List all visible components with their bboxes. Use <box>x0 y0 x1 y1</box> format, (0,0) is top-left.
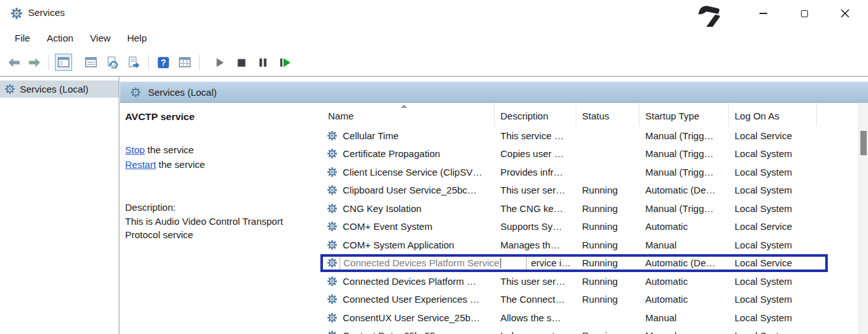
maximize-button[interactable] <box>784 0 825 27</box>
service-description: Provides infr… <box>495 163 576 181</box>
service-gear-icon <box>327 130 338 141</box>
service-description: The CNG ke… <box>495 199 576 218</box>
close-button[interactable] <box>825 0 865 27</box>
service-name: Client License Service (ClipSV… <box>343 167 482 178</box>
column-header-status[interactable]: Status <box>576 103 640 126</box>
service-startup-type: Manual <box>640 236 729 254</box>
tree-item-label: Services (Local) <box>20 84 89 95</box>
menu-view[interactable]: View <box>82 30 119 46</box>
service-name-box: COM+ System Application <box>343 239 454 250</box>
service-name: Clipboard User Service_25bc… <box>343 185 477 195</box>
restart-icon <box>278 56 292 70</box>
service-startup-type: Manual (Trigg… <box>640 145 729 163</box>
console-tree-pane: Services (Local) <box>0 77 119 334</box>
service-gear-icon <box>327 239 338 250</box>
service-name-cell: Connected Devices Platform … <box>322 272 495 291</box>
table-row[interactable]: Clipboard User Service_25bc… This user s… <box>322 181 858 200</box>
service-name: Connected Devices Platform Service <box>343 257 499 268</box>
services-list: Name Description Status Startup Type Log… <box>322 103 858 334</box>
minimize-button[interactable] <box>743 0 784 27</box>
service-name-cell: Connected Devices Platform Service <box>322 254 495 273</box>
table-row[interactable]: COM+ System Application Manages th… Runn… <box>322 236 858 254</box>
table-row[interactable]: Certificate Propagation Copies user … Ma… <box>322 145 858 163</box>
service-name: Connected User Experiences … <box>343 294 479 305</box>
service-gear-icon <box>327 167 338 178</box>
service-name-cell: COM+ System Application <box>322 236 495 254</box>
forward-button[interactable] <box>26 54 43 71</box>
column-header-label: Status <box>582 110 610 121</box>
service-description: Manages th… <box>495 236 576 254</box>
stop-service-link[interactable]: Stop <box>125 144 145 155</box>
services-header-icon <box>130 87 141 98</box>
table-row[interactable]: Connected Devices Platform … This user s… <box>322 272 858 291</box>
table-row[interactable]: Connected User Experiences … The Connect… <box>322 291 858 309</box>
vertical-scrollbar[interactable] <box>858 103 868 334</box>
service-name-cell: Contact Data_25bc55 <box>322 327 495 334</box>
table-row[interactable]: ConsentUX User Service_25b… Allows the s… <box>322 308 858 327</box>
pause-service-button[interactable] <box>254 54 271 71</box>
main-header: Services (Local) <box>120 82 868 103</box>
table-row[interactable]: Client License Service (ClipSV… Provides… <box>322 163 858 181</box>
menu-bar: File Action View Help <box>0 27 868 49</box>
restart-service-line: Restart the service <box>125 157 317 172</box>
service-status <box>576 126 640 145</box>
scrollbar-thumb[interactable] <box>860 131 867 155</box>
service-name-cell: Certificate Propagation <box>322 145 495 163</box>
show-console-tree-button[interactable] <box>55 54 72 71</box>
back-button[interactable] <box>5 54 22 71</box>
service-startup-type: Manual <box>640 327 729 334</box>
table-row[interactable]: Connected Devices Platform Service ervic… <box>322 254 858 273</box>
service-action-links: Stop the service Restart the service <box>125 142 317 172</box>
main-header-title: Services (Local) <box>148 87 217 98</box>
sort-ascending-icon <box>401 105 407 108</box>
menu-action[interactable]: Action <box>38 30 82 46</box>
service-name: CNG Key Isolation <box>343 203 421 214</box>
column-header-description[interactable]: Description <box>495 103 576 126</box>
export-list-button[interactable] <box>125 54 142 71</box>
service-name: COM+ System Application <box>343 239 454 250</box>
table-row[interactable]: CNG Key Isolation The CNG ke… Running Ma… <box>322 199 858 218</box>
help-button[interactable]: ? <box>154 54 172 71</box>
service-name: Connected Devices Platform … <box>343 276 476 287</box>
service-startup-type: Automatic <box>640 291 729 309</box>
stop-service-button[interactable] <box>232 54 250 71</box>
service-name-box: Connected Devices Platform … <box>343 276 476 287</box>
table-row[interactable]: Cellular Time This service … Manual (Tri… <box>322 126 858 145</box>
service-status: Running <box>576 181 640 200</box>
service-status: Running <box>576 236 640 254</box>
window-title: Services <box>28 7 65 18</box>
service-log-on-as: Local System <box>729 308 817 327</box>
service-startup-type: Automatic <box>640 272 729 291</box>
properties-button[interactable] <box>82 54 100 71</box>
refresh-icon <box>107 56 119 68</box>
service-log-on-as: Local Service <box>729 126 817 145</box>
services-node-icon <box>4 84 15 95</box>
service-detail-pane: AVCTP service Stop the service Restart t… <box>120 103 322 334</box>
table-header-row: Name Description Status Startup Type Log… <box>322 103 858 126</box>
maximize-icon <box>801 10 808 17</box>
menu-file[interactable]: File <box>6 30 38 46</box>
description-text: This is Audio Video Control Transport Pr… <box>125 215 317 242</box>
service-name-box: CNG Key Isolation <box>343 203 421 214</box>
service-name: ConsentUX User Service_25b… <box>343 312 480 323</box>
table-row[interactable]: Contact Data_25bc55 Indexes cont… Runnin… <box>322 327 858 334</box>
service-log-on-as: Local System <box>729 145 817 163</box>
column-header-startup-type[interactable]: Startup Type <box>640 103 729 126</box>
service-description: This service … <box>495 126 576 145</box>
table-row[interactable]: COM+ Event System Supports Sy… Running A… <box>322 218 858 236</box>
extended-view-button[interactable] <box>176 54 193 71</box>
tree-item-services-local[interactable]: Services (Local) <box>0 80 119 98</box>
service-name: Cellular Time <box>343 130 399 141</box>
refresh-button[interactable] <box>104 54 121 71</box>
restart-service-link[interactable]: Restart <box>125 159 156 170</box>
restart-service-button[interactable] <box>276 54 293 71</box>
column-header-label: Description <box>500 110 548 121</box>
service-name-box: COM+ Event System <box>343 221 432 232</box>
column-header-log-on-as[interactable]: Log On As <box>729 103 817 126</box>
start-service-button[interactable] <box>211 54 228 71</box>
service-status <box>576 308 640 327</box>
service-gear-icon <box>327 294 338 305</box>
service-gear-icon <box>327 257 338 268</box>
column-header-name[interactable]: Name <box>322 103 495 126</box>
menu-help[interactable]: Help <box>119 30 155 46</box>
